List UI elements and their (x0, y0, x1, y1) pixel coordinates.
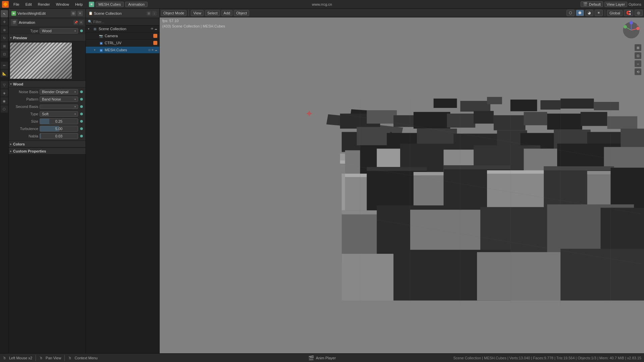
type-wood-dot (80, 113, 83, 115)
wood-header[interactable]: ▾ Wood (9, 81, 86, 87)
scene-selector[interactable]: 🎬 Default (581, 1, 603, 7)
eye-icon[interactable]: 👁 (151, 27, 154, 31)
menu-help[interactable]: Help (72, 2, 86, 7)
sidebar-tool-cursor[interactable]: ✛ (1, 18, 8, 25)
vp-tool-3[interactable]: ↔ (635, 60, 641, 67)
object-type-icon: ▣ (89, 2, 94, 7)
sidebar-tool-transform[interactable]: ⊡ (1, 50, 8, 58)
turbulence-value: 5.00 (40, 127, 78, 131)
wood-title: Wood (13, 82, 23, 86)
sidebar-tool-scale[interactable]: ⊞ (1, 42, 8, 50)
proportional-btn[interactable]: ◎ (635, 10, 643, 16)
separator2 (605, 10, 605, 16)
object-name[interactable]: MESH.Cubes (96, 2, 124, 7)
menu-window[interactable]: Window (53, 2, 72, 7)
global-local-btn[interactable]: Global (607, 10, 623, 16)
mode-name[interactable]: VertexWeightEdit (17, 11, 69, 15)
nabla-slider[interactable]: 0.03 (40, 133, 78, 139)
nav-gizmo[interactable]: X Y Z (621, 20, 641, 40)
sidebar-tool-move[interactable]: ⊕ (1, 26, 8, 34)
svg-rect-24 (357, 127, 390, 145)
render-settings[interactable]: View Layer (604, 2, 627, 7)
search-input[interactable] (93, 20, 157, 24)
sidebar-tool-annotate[interactable]: ✏ (1, 62, 8, 69)
snap-btn[interactable]: 🧲 (624, 10, 633, 16)
material-btn[interactable]: ◕ (585, 10, 593, 16)
type-value[interactable]: Wood ▾ (40, 28, 78, 34)
outliner-mesh-cubes[interactable]: ▾ ▣ MESH.Cubes ⊡ 👁 ☁ (86, 47, 159, 54)
nabla-label: Nabla (11, 134, 38, 138)
anim-close-btn[interactable]: ✕ (79, 20, 84, 25)
outliner-empty (86, 54, 159, 353)
outliner-icon: 📋 (89, 11, 93, 15)
turbulence-slider[interactable]: 5.00 (40, 126, 78, 132)
menu-render[interactable]: Render (35, 2, 53, 7)
solid-btn[interactable]: ⬢ (576, 10, 584, 16)
sidebar-tool-weight[interactable]: ◈ (1, 89, 8, 97)
mesh-cubes-arrow: ▾ (94, 48, 97, 52)
scene-collection-item[interactable]: ▾ ⊞ Scene Collection 👁 ☁ (86, 25, 159, 33)
noise-basis-value[interactable]: Blender Original ▾ (40, 89, 78, 95)
panel-header-icon1[interactable]: ⊞ (71, 11, 76, 16)
view-menu[interactable]: View (191, 10, 204, 16)
options-button[interactable]: Options (629, 2, 641, 6)
rendered-btn[interactable]: ☀ (595, 10, 603, 16)
preview-header[interactable]: ▾ Preview (9, 35, 86, 41)
object-menu[interactable]: Object (234, 10, 249, 16)
bottom-bar: 🖱 Left Mouse x2 🖱 Pan View 🖱 Context Men… (0, 353, 644, 362)
sidebar-tool-blur[interactable]: ◉ (1, 97, 8, 105)
type-row: Type Wood ▾ (9, 27, 86, 35)
type-dot (80, 29, 83, 32)
animation-name: Animation (19, 20, 72, 24)
panel-header-icon2[interactable]: ✕ (77, 11, 83, 16)
custom-props-arrow-icon: ▸ (10, 149, 12, 153)
second-basis-value[interactable]: ▾ (40, 105, 78, 109)
pan-view-icon: 🖱 (39, 356, 43, 360)
viewport-canvas[interactable]: fps: 57.10 (433) Scene Collection | MESH… (160, 17, 644, 353)
animation-mode[interactable]: Animation (125, 2, 148, 7)
custom-props-header[interactable]: ▸ Custom Properties (9, 148, 86, 155)
mesh-cubes-mode-icon[interactable]: ⊡ (148, 49, 151, 52)
bottom-separator2 (64, 355, 65, 361)
sidebar-tool-extra[interactable]: ▽ (1, 81, 8, 88)
scene-3d: fps: 57.10 (433) Scene Collection | MESH… (160, 17, 644, 353)
mesh-cubes-eye-icon[interactable]: 👁 (151, 49, 154, 52)
outliner-camera[interactable]: 📷 Camera (86, 33, 159, 40)
vp-tool-4[interactable]: ⟲ (635, 68, 641, 75)
app-icon[interactable]: 🔶 (2, 1, 9, 8)
viewport-mode-selector[interactable]: Object Mode (161, 10, 186, 16)
outliner-sort-btn[interactable]: ↕ (152, 11, 157, 16)
left-sidebar: ↖ ✛ ⊕ ↻ ⊞ ⊡ ✏ 📐 ▽ ◈ ◉ ⬡ (0, 9, 9, 353)
vp-tool-1[interactable]: ⊞ (635, 44, 641, 51)
sidebar-tool-vertex[interactable]: ⬡ (1, 105, 8, 113)
scene-collection-label: Scene Collection (99, 27, 149, 31)
add-menu[interactable]: Add (221, 10, 233, 16)
type-wood-label: Type (11, 112, 38, 116)
svg-rect-48 (367, 167, 427, 171)
mesh-cubes-action-icons: ⊡ 👁 ☁ (148, 49, 157, 52)
menu-file[interactable]: File (11, 2, 22, 7)
size-slider[interactable]: 0.25 (40, 118, 78, 124)
type-wood-value[interactable]: Soft ▾ (40, 111, 78, 117)
outliner-ctrl-uv[interactable]: ▣ CTRL_UV (86, 40, 159, 47)
left-panel: ▣ VertexWeightEdit ⊞ ✕ 🎬 Animation 📌 ✕ T… (9, 9, 86, 353)
custom-props-title: Custom Properties (13, 149, 46, 153)
restrict-icon[interactable]: ☁ (154, 27, 157, 31)
anim-pin-btn[interactable]: 📌 (73, 20, 78, 25)
sidebar-tool-rotate[interactable]: ↻ (1, 34, 8, 42)
svg-rect-5 (434, 99, 457, 108)
mesh-cubes-render-icon[interactable]: ☁ (155, 49, 157, 52)
vp-tool-2[interactable]: ⊡ (635, 52, 641, 59)
pattern-value[interactable]: Band Noise ▾ (40, 97, 78, 102)
select-menu[interactable]: Select (205, 10, 220, 16)
menu-edit[interactable]: Edit (23, 2, 35, 7)
outliner-filter-btn[interactable]: ⊞ (147, 11, 151, 16)
second-basis-label: Second Basis (11, 105, 38, 109)
svg-rect-13 (367, 110, 397, 124)
size-dot (80, 120, 83, 123)
sidebar-tool-measure[interactable]: 📐 (1, 70, 8, 77)
wireframe-btn[interactable]: ⬡ (567, 10, 575, 16)
turbulence-label: Turbulence (11, 127, 38, 131)
colors-header[interactable]: ▸ Colors (9, 141, 86, 147)
sidebar-tool-select[interactable]: ↖ (1, 10, 8, 17)
